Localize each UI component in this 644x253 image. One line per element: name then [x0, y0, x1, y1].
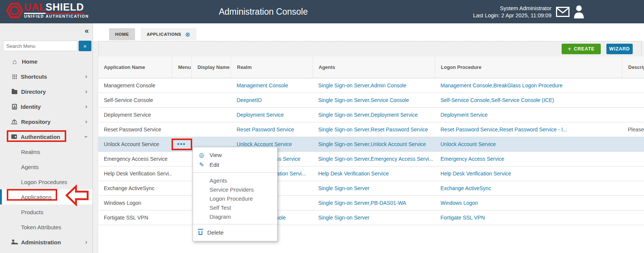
table-row[interactable]: Exchange ActiveSync Single Sign-on Serve… — [98, 181, 644, 196]
table-row[interactable]: Windows Logon Single Sign-on Server,PB-D… — [98, 196, 644, 210]
table-row[interactable]: Self-Service Console DeepnetID Single Si… — [98, 93, 644, 108]
row-actions-button[interactable]: ••• — [177, 141, 186, 148]
context-menu-item-label: Service Providers — [210, 186, 254, 193]
column-header-menu[interactable]: Menu — [172, 56, 191, 78]
close-tab-icon[interactable]: ⊗ — [185, 31, 190, 38]
application-name: Management Console — [104, 82, 155, 88]
logon-procedure-link[interactable]: Deployment Service — [440, 112, 488, 118]
column-header-display-name[interactable]: Display Name — [191, 56, 231, 78]
toolbar-panel — [99, 41, 642, 57]
agents-link[interactable]: Single Sign-on Server,Unlock Account Ser… — [318, 141, 426, 147]
application-name: Unlock Account Service — [104, 141, 159, 147]
context-menu-item[interactable]: Diagram — [193, 212, 277, 221]
tab[interactable]: HOME — [109, 28, 135, 40]
agents-link[interactable]: Single Sign-on Server,Deployment Service — [318, 112, 418, 118]
agents-link[interactable]: Single Sign-on Server,Reset Password Ser… — [318, 126, 428, 133]
admin-icon — [11, 239, 17, 245]
realm-link[interactable]: Unlock Account Service — [237, 141, 292, 147]
realm-link[interactable]: Reset Password Service — [237, 126, 294, 133]
column-header-agents[interactable]: Agents — [313, 56, 435, 78]
search-clear-button[interactable]: × — [79, 41, 91, 51]
context-menu-item[interactable]: Edit — [193, 160, 277, 169]
logon-procedure-link[interactable]: Windows Logon — [440, 200, 478, 206]
agents-link[interactable]: Single Sign-on Server,PB-DAS01-WA — [318, 200, 406, 206]
search-input[interactable] — [3, 41, 77, 51]
create-button[interactable]: + CREATE — [562, 44, 601, 54]
context-menu-item-label: Self Test — [210, 204, 231, 211]
expand-chevron-icon: › — [85, 103, 87, 110]
table-row[interactable]: Reset Password Service Reset Password Se… — [98, 122, 644, 137]
application-name: Help Desk Verification Servi... — [104, 171, 172, 177]
sidebar-item[interactable]: Realms — [0, 144, 93, 159]
trash-icon — [199, 231, 202, 235]
display-name-cell — [191, 108, 231, 122]
table-row[interactable]: Emergency Access Service Emergency Acces… — [98, 152, 644, 166]
context-menu-item-label: View — [210, 152, 222, 158]
display-name-cell — [191, 78, 231, 93]
top-header-bar: UALSHIELD UNIFIED AUTHENTICATION Adminis… — [0, 0, 644, 23]
context-menu-item[interactable]: View — [193, 150, 277, 160]
pencil-icon — [199, 161, 205, 168]
logon-procedure-link[interactable]: Reset Password Service,Reset Password Se… — [440, 126, 567, 133]
wizard-button[interactable]: WIZARD — [606, 44, 633, 54]
logon-procedure-link[interactable]: Self-Service Console,Self-Service Consol… — [440, 97, 554, 103]
application-name: Emergency Access Service — [104, 156, 168, 162]
agents-link[interactable]: Single Sign-on Server — [318, 215, 369, 221]
table-row[interactable]: Deployment Service Deployment Service Si… — [98, 108, 644, 122]
expand-chevron-icon: › — [85, 118, 87, 125]
sidebar-item[interactable]: Home — [0, 54, 93, 69]
column-header-application-name[interactable]: Application Name — [98, 56, 172, 78]
sidebar-item[interactable]: Agents — [0, 159, 93, 174]
context-menu-item[interactable]: Self Test — [193, 203, 277, 212]
sidebar-item[interactable]: Identity › — [0, 99, 93, 114]
agents-link[interactable]: Single Sign-on Server,Admin Console — [318, 82, 406, 88]
context-menu-item[interactable]: Delete — [193, 227, 277, 237]
table-row[interactable]: Help Desk Verification Servi... Help Des… — [98, 166, 644, 181]
tab[interactable]: APPLICATIONS ⊗ — [141, 28, 196, 40]
home-icon — [11, 58, 18, 65]
context-menu-item[interactable]: Logon Procedure — [193, 194, 277, 203]
tab-bar: HOME APPLICATIONS ⊗ — [109, 28, 196, 40]
expand-chevron-icon: › — [85, 88, 87, 95]
description-text: Please — [628, 126, 644, 133]
context-menu-item[interactable]: Service Providers — [193, 185, 277, 194]
expand-chevron-icon: › — [85, 73, 87, 80]
table-row[interactable]: Fortigate SSL VPN Self-Service Console S… — [98, 210, 644, 225]
logon-procedure-link[interactable]: Help Desk Verification Service — [440, 171, 511, 177]
agents-link[interactable]: Single Sign-on Server,Service Console — [318, 97, 409, 103]
sidebar-item-label: Repository — [21, 119, 50, 125]
logon-procedure-link[interactable]: Unlock Account Service — [440, 141, 496, 147]
sidebar-item[interactable]: Token Attributes — [0, 219, 93, 235]
sidebar-item[interactable]: Applications — [0, 189, 93, 204]
sidebar-item[interactable]: Logon Procedures — [0, 174, 93, 189]
column-header-realm[interactable]: Realm — [231, 56, 313, 78]
table-row[interactable]: Unlock Account Service ••• Unlock Accoun… — [98, 137, 644, 152]
realm-link[interactable]: Management Console — [237, 82, 288, 88]
column-header-description[interactable]: Description — [622, 56, 644, 78]
agents-link[interactable]: Single Sign-on Server — [318, 185, 369, 191]
sidebar-menu: Home Shortcuts › Directory › Id — [0, 54, 93, 250]
agents-link[interactable]: Single Sign-on Server,Emergency Access S… — [318, 156, 433, 162]
sidebar-item[interactable]: Directory › — [0, 84, 93, 99]
sidebar-item[interactable]: Authentication › — [0, 129, 93, 144]
sidebar-item[interactable]: Products — [0, 204, 93, 219]
expand-chevron-icon: › — [85, 238, 87, 246]
sidebar-collapse-icon[interactable]: « — [85, 26, 89, 35]
logon-procedure-link[interactable]: Exchange ActiveSync — [440, 185, 491, 191]
user-profile-icon[interactable] — [573, 5, 585, 18]
logon-procedure-link[interactable]: Fortigate SSL VPN — [440, 215, 485, 221]
context-menu-item[interactable]: Agents — [193, 176, 277, 185]
mail-icon[interactable] — [556, 7, 570, 17]
logon-procedure-link[interactable]: Management Console,BreakGlass Logon Proc… — [440, 82, 563, 88]
realm-link[interactable]: DeepnetID — [237, 97, 262, 103]
realm-link[interactable]: Deployment Service — [237, 112, 284, 118]
column-header-logon-procedure[interactable]: Logon Procedure — [435, 56, 622, 78]
agents-link[interactable]: Help Desk Verification Service — [318, 171, 389, 177]
sidebar-item[interactable]: Administration › — [0, 235, 93, 250]
sidebar-item[interactable]: Repository › — [0, 114, 93, 129]
table-header-row: Application Name Menu Display Name Realm… — [98, 56, 644, 78]
logon-procedure-link[interactable]: Emergency Access Service — [440, 156, 504, 162]
sidebar-item[interactable]: Shortcuts › — [0, 69, 93, 84]
sidebar-item-label: Realms — [21, 149, 40, 155]
table-row[interactable]: Management Console Management Console Si… — [98, 78, 644, 93]
